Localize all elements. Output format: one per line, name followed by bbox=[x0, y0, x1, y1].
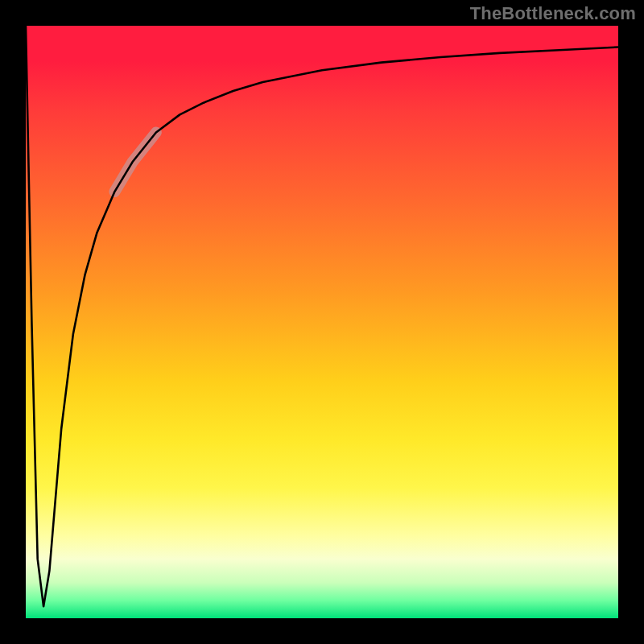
curve-layer bbox=[26, 26, 618, 618]
main-curve bbox=[26, 26, 618, 606]
chart-frame: TheBottleneck.com bbox=[0, 0, 644, 644]
attribution-text: TheBottleneck.com bbox=[470, 3, 636, 24]
plot-area bbox=[26, 26, 618, 618]
